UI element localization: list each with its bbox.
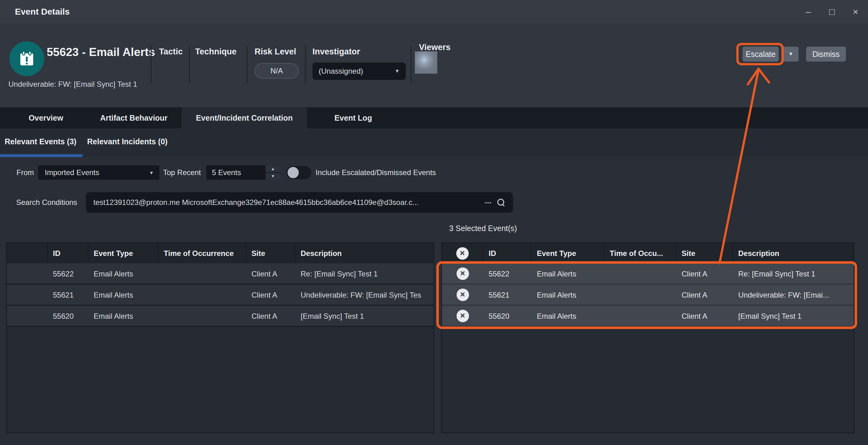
search-icon[interactable] [497,199,505,206]
subtab-relevant-incidents[interactable]: Relevant Incidents (0) [87,129,167,155]
cell-event-type: Email Alerts [532,306,604,326]
viewer-avatar [415,51,437,74]
remove-row-icon[interactable]: × [457,288,469,301]
stepper-buttons: ▲ ▼ [265,165,280,180]
correlation-content: From Imported Events ▼ Top Recent 5 Even… [0,157,868,445]
tab-event-incident-correlation[interactable]: Event/Incident Correlation [182,107,307,129]
cell-site: Client A [676,263,733,284]
cell-description: Re: [Email Sync] Test 1 [296,263,434,284]
column-event-type: Event Type [88,243,158,263]
table-row[interactable]: 55620 Email Alerts Client A [Email Sync]… [7,306,434,327]
chevron-down-icon: ▼ [395,68,400,74]
selected-events-table: × ID Event Type Time of Occu... Site Des… [441,243,854,433]
from-dropdown[interactable]: Imported Events ▼ [38,165,159,180]
cell-site: Client A [246,306,296,326]
active-subtab-underline [0,154,83,157]
subtab-relevant-events[interactable]: Relevant Events (3) [5,129,76,155]
investigator-label: Investigator [312,47,360,57]
page-title: 55623 - Email Alerts [47,46,155,59]
tab-event-log[interactable]: Event Log [308,107,398,129]
cell-site: Client A [676,284,733,305]
cell-description: [Email Sync] Test 1 [296,306,434,326]
cell-time [604,306,676,326]
remove-all-cell: × [442,243,483,263]
column-description: Description [296,243,434,263]
search-conditions-input[interactable]: test12391023@proton.me MicrosoftExchange… [86,192,513,213]
tab-overview[interactable]: Overview [9,107,83,129]
cell-time [158,306,246,326]
cell-event-type: Email Alerts [88,306,158,326]
cell-description: [Email Sync] Test 1 [733,306,854,326]
column-site: Site [246,243,296,263]
dismiss-button[interactable]: Dismiss [806,47,846,62]
sub-tab-bar: Relevant Events (3) Relevant Incidents (… [0,129,868,157]
header-divider [305,46,306,83]
column-time: Time of Occurrence [158,243,246,263]
cell-time [604,284,676,305]
include-escalated-toggle[interactable] [286,165,312,180]
cell-time [158,284,246,305]
table-header: × ID Event Type Time of Occu... Site Des… [442,243,854,263]
header-divider [247,46,247,83]
cell-event-type: Email Alerts [532,284,604,305]
cell-time [604,263,676,284]
table-row[interactable]: × 55622 Email Alerts Client A Re: [Email… [442,263,854,284]
search-conditions-value: test12391023@proton.me MicrosoftExchange… [93,198,467,207]
cell-site: Client A [246,284,296,305]
minimize-icon[interactable]: – [803,6,814,17]
column-id: ID [48,243,88,263]
top-recent-value: 5 Events [206,165,265,180]
title-bar: Event Details – □ × [0,0,868,23]
table-row[interactable]: 55621 Email Alerts Client A Undeliverabl… [7,284,434,306]
cell-description: Undeliverable: FW: [Email Sync] Tes [296,284,434,305]
cell-id: 55620 [48,306,88,326]
main-tab-bar: Overview Artifact Behaviour Event/Incide… [0,107,868,129]
cell-site: Client A [246,263,296,284]
cell-description: Undeliverable: FW: [Emai... [733,284,854,305]
stepper-down-icon[interactable]: ▼ [266,173,280,180]
cell-event-type: Email Alerts [88,263,158,284]
column-event-type: Event Type [532,243,604,263]
header-divider [410,46,411,83]
escalate-options-button[interactable]: ▼ [783,47,799,62]
include-escalated-label: Include Escalated/Dismissed Events [316,165,436,180]
cell-id: 55622 [48,263,88,284]
chevron-down-icon: ▼ [149,170,154,175]
cell-event-type: Email Alerts [532,263,604,284]
toggle-knob [287,167,299,178]
table-row[interactable]: 55622 Email Alerts Client A Re: [Email S… [7,263,434,284]
investigator-dropdown[interactable]: (Unassigned) ▼ [312,63,406,80]
event-details-window: Event Details – □ × 55623 - Email Alerts… [0,0,868,445]
tab-artifact-behaviour[interactable]: Artifact Behaviour [87,107,181,129]
table-row[interactable]: × 55621 Email Alerts Client A Undelivera… [442,284,854,306]
search-conditions-label: Search Conditions [16,192,77,213]
event-header: 55623 - Email Alerts Tactic Technique Ri… [0,23,868,107]
risk-level-label: Risk Level [255,47,296,57]
more-options-icon[interactable]: ••• [483,200,497,205]
remove-all-icon[interactable]: × [456,247,469,260]
tactic-label: Tactic [159,47,183,57]
escalate-button[interactable]: Escalate [743,47,779,62]
remove-row-icon[interactable]: × [457,267,469,280]
column-select [7,243,48,263]
cell-id: 55622 [483,263,532,284]
top-recent-label: Top Recent [163,165,201,180]
window-title: Event Details [15,0,70,23]
close-icon[interactable]: × [850,6,861,17]
event-subtitle: Undeliverable: FW: [Email Sync] Test 1 [8,80,137,89]
maximize-icon[interactable]: □ [826,6,837,17]
event-alert-calendar-icon [9,41,44,76]
relevant-events-table: ID Event Type Time of Occurrence Site De… [6,243,434,433]
column-site: Site [676,243,733,263]
from-value: Imported Events [45,168,99,177]
cell-id: 55621 [483,284,532,305]
column-time: Time of Occu... [604,243,676,263]
table-row[interactable]: × 55620 Email Alerts Client A [Email Syn… [442,306,854,327]
top-recent-stepper[interactable]: 5 Events ▲ ▼ [206,165,280,180]
window-controls: – □ × [803,0,861,23]
stepper-up-icon[interactable]: ▲ [266,165,280,173]
risk-level-badge: N/A [255,63,299,79]
column-id: ID [483,243,532,263]
remove-row-icon[interactable]: × [457,310,469,322]
header-divider [151,46,152,83]
